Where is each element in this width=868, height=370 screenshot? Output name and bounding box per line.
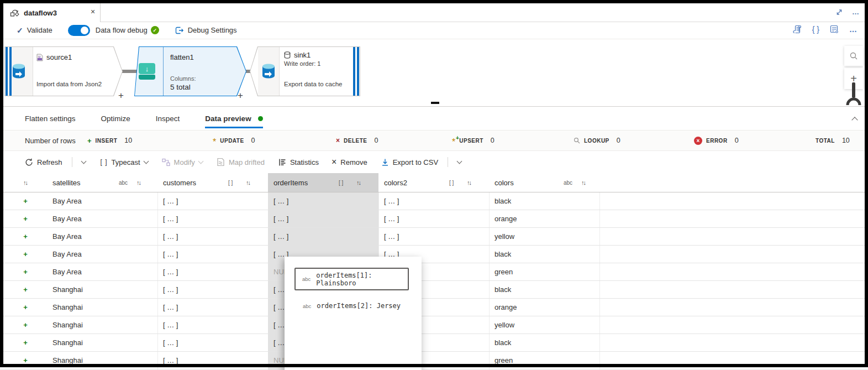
tab-data-preview[interactable]: Data preview [205,107,262,130]
debug-toggle-label: Data flow debug [96,26,148,34]
node-source1[interactable]: M source1 Import data from Json2 [4,46,123,96]
cell-customers-array[interactable]: [ … ] [163,316,178,333]
string-type-icon: abc [302,276,311,282]
sink-write-order: Write order: 1 [284,60,320,67]
tabbar-controls: … [835,8,859,16]
sink-node-description: Export data to cache [284,81,342,87]
cell-orderitems-array[interactable]: [ … ] [273,228,288,245]
cmdbar-right-icons: { } … [792,24,857,34]
tab-data-preview-label: Data preview [205,114,251,123]
cell-colors: green [495,352,513,369]
more-actions-icon[interactable]: … [849,25,857,34]
orderitems-sort-icon[interactable]: ↑↓ [356,173,360,192]
customers-sort-icon[interactable]: ↑↓ [246,173,250,192]
data-preview-toolbar: Refresh [ ] Typecast Modify [3,151,865,173]
validate-check-icon: ✓ [17,26,23,35]
map-drifted-icon [217,158,225,166]
row-stats-bar: Number of rows + INSERT10 * UPDATE0 × DE… [3,130,865,151]
sink-node-title: sink1 [294,51,311,59]
cell-customers-array[interactable]: [ … ] [163,281,178,298]
export-dropdown-icon[interactable] [457,159,462,164]
cell-orderitems-array[interactable]: [ … ] [273,210,288,227]
collapse-panel-icon[interactable] [853,116,857,124]
node-flatten1-selected[interactable]: ↓ flatten1 Columns: 5 total [130,46,246,96]
cell-customers-array[interactable]: [ … ] [163,299,178,316]
export-csv-button[interactable]: Export to CSV [381,158,438,166]
refresh-icon [25,158,33,166]
delete-stat: × DELETE0 [336,131,378,150]
flatten-transform-icon: ↓ [139,63,155,80]
satellites-sort-icon[interactable]: ↑↓ [136,173,140,192]
tab-more-icon[interactable]: … [852,8,859,16]
cell-customers-array[interactable]: [ … ] [163,334,178,351]
flatten-columns-label: Columns: [170,75,196,82]
tab-inspect[interactable]: Inspect [156,107,180,130]
statistics-button[interactable]: Statistics [278,158,319,166]
refresh-button[interactable]: Refresh [25,158,62,166]
flatten-node-title: flatten1 [170,53,194,61]
cell-colors2-array[interactable]: [ … ] [384,192,399,210]
cell-customers-array[interactable]: [ … ] [163,192,178,210]
tab-flatten-settings[interactable]: Flatten settings [25,107,76,130]
cell-colors: black [495,334,511,351]
typecast-button[interactable]: [ ] Typecast [101,158,148,166]
json-file-icon: M [36,54,43,61]
canvas-zoom-slider-handle[interactable] [846,82,861,106]
error-stat: × ERROR0 [694,131,739,150]
expand-icon[interactable] [835,8,843,16]
dataflow-canvas[interactable]: M source1 Import data from Json2 + ↓ fla… [3,39,865,107]
insert-marker-icon: + [21,316,30,333]
flyout-item-orderitems-1[interactable]: abc orderItems[1]: Plainsboro [294,268,409,290]
typecast-dropdown-icon[interactable] [143,159,149,164]
colors2-sort-icon[interactable]: ↑↓ [467,173,471,192]
debug-settings-button[interactable]: Debug Settings [175,26,237,35]
cell-customers-array[interactable]: [ … ] [163,246,178,263]
cell-colors2-array[interactable]: [ … ] [384,228,399,245]
data-flow-debug-toggle[interactable] [68,25,90,36]
validate-button[interactable]: ✓ Validate [17,26,52,35]
insert-stat: + INSERT10 [87,131,132,150]
settings-list-icon[interactable] [829,24,839,34]
canvas-search-button[interactable] [844,46,863,66]
total-stat: TOTAL10 [816,131,850,150]
cell-satellites: Bay Area [52,210,82,227]
row-marker-sort-icon[interactable]: ↑↓ [23,173,27,192]
cell-colors: black [495,281,511,298]
cell-customers-array[interactable]: [ … ] [163,210,178,227]
code-braces-icon[interactable]: { } [812,25,819,34]
tab-optimize[interactable]: Optimize [101,107,130,130]
cell-colors: green [495,263,513,280]
dataflow-editor-screen: dataflow3 × … ✓ Validate Data flow debug… [0,0,868,370]
colors-type-icon: abc [564,173,572,192]
add-transform-after-source-button[interactable]: + [117,92,125,101]
cell-satellites: Shanghai [52,299,83,316]
cell-orderitems-array[interactable]: [ … ] [273,192,288,210]
column-header-satellites[interactable]: satellites [52,173,81,192]
remove-button[interactable]: × Remove [332,157,367,167]
data-grid-header: ↑↓ satellites abc ↑↓ customers [ ] ↑↓ or… [0,173,868,192]
cell-colors2-array[interactable]: [ … ] [384,210,399,227]
column-header-orderitems[interactable]: orderItems [273,173,308,192]
node-sink1[interactable]: sink1 Write order: 1 Export data to cach… [250,46,360,96]
colors-sort-icon[interactable]: ↑↓ [581,173,585,192]
flyout-item-orderitems-2[interactable]: abc orderItems[2]: Jersey [296,299,422,312]
column-header-colors[interactable]: colors [495,173,514,192]
table-row: + Bay Area [ … ] [ … ] [ … ] black [0,246,868,263]
tab-dataflow3[interactable]: dataflow3 × [3,3,101,22]
cell-customers-array[interactable]: [ … ] [163,263,178,280]
add-transform-after-flatten-button[interactable]: + [236,92,245,101]
column-header-customers[interactable]: customers [163,173,196,192]
column-header-colors2[interactable]: colors2 [384,173,407,192]
string-type-icon: abc [303,303,311,309]
modify-icon [162,158,170,166]
dataflow-icon [10,8,19,17]
refresh-dropdown-icon[interactable] [81,159,86,164]
typecast-icon: [ ] [101,158,108,166]
cell-customers-array[interactable]: [ … ] [163,228,178,245]
cell-satellites: Bay Area [52,192,82,210]
cell-customers-array[interactable]: [ … ] [163,352,178,369]
script-icon[interactable] [792,24,802,34]
table-row: + Bay Area [ … ] [ … ] [ … ] black [0,192,868,210]
panel-resize-handle[interactable] [431,102,439,104]
tab-close-icon[interactable]: × [91,8,95,15]
